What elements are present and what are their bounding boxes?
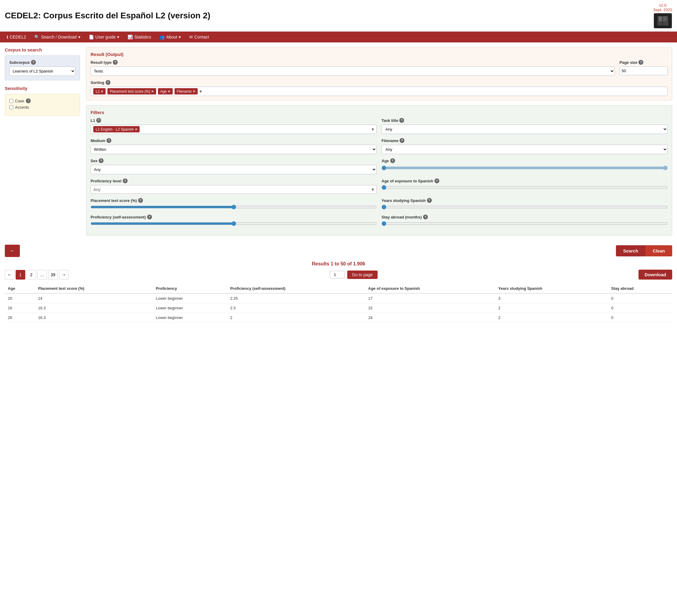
- result-type-help-icon[interactable]: ?: [113, 60, 118, 65]
- l1-chip-dropdown[interactable]: L1 English - L2 Spanish × ▾: [91, 125, 377, 134]
- col-proficiency-self: Proficiency (self-assessment): [227, 284, 365, 294]
- years-studying-slider[interactable]: [381, 205, 668, 210]
- search-icon: 🔍: [34, 35, 39, 39]
- filters-section-title: Filters: [91, 110, 668, 115]
- remove-tag-l1[interactable]: ×: [101, 89, 103, 94]
- corpus-box: Subcorpus ? Learners of L2 Spanish: [5, 55, 80, 80]
- page-1-button[interactable]: 1: [16, 270, 25, 279]
- back-button[interactable]: ←: [5, 245, 20, 257]
- l1-group: L1 ? L1 English - L2 Spanish × ▾: [91, 118, 377, 134]
- l1-help-icon[interactable]: ?: [96, 118, 101, 123]
- cell-years: 3: [495, 294, 608, 303]
- age-exposure-help-icon[interactable]: ?: [435, 178, 439, 183]
- goto-input[interactable]: [330, 271, 345, 278]
- col-years: Years studying Spanish: [495, 284, 608, 294]
- filter-row-prof-exposure: Proficiency level ? Any ▾ Age of exposur…: [91, 178, 668, 194]
- nav-contact[interactable]: ✉ Contact: [185, 32, 213, 42]
- case-row: Case ?: [9, 98, 76, 103]
- sorting-label: Sorting ?: [91, 80, 668, 85]
- nav-about[interactable]: 👥 About ▾: [155, 32, 185, 42]
- placement-help-icon[interactable]: ?: [138, 198, 143, 203]
- clean-button[interactable]: Clean: [645, 245, 672, 256]
- left-panel: Corpus to search Subcorpus ? Learners of…: [5, 47, 80, 236]
- task-title-label: Task title ?: [381, 118, 668, 123]
- sorting-help-icon[interactable]: ?: [105, 80, 110, 85]
- years-studying-label: Years studying Spanish ?: [381, 198, 668, 203]
- next-page-button[interactable]: →: [59, 270, 69, 279]
- age-help-icon[interactable]: ?: [390, 158, 395, 163]
- medium-help-icon[interactable]: ?: [106, 138, 111, 143]
- subcorpus-select[interactable]: Learners of L2 Spanish: [9, 67, 76, 76]
- result-type-select[interactable]: Texts: [91, 67, 615, 76]
- cell-self: 2.25: [227, 294, 365, 303]
- task-title-select[interactable]: Any: [381, 125, 668, 134]
- filename-help-icon[interactable]: ?: [400, 138, 404, 143]
- page-size-group: Page size ?: [620, 60, 668, 76]
- users-icon: 👥: [160, 35, 165, 39]
- remove-tag-placement[interactable]: ×: [151, 89, 154, 94]
- age-exposure-slider[interactable]: [381, 185, 668, 190]
- remove-tag-filename[interactable]: ×: [193, 89, 195, 94]
- sex-help-icon[interactable]: ?: [99, 158, 103, 163]
- nav-search-download[interactable]: 🔍 Search / Download ▾: [30, 32, 84, 42]
- age-slider-max[interactable]: [381, 166, 668, 170]
- years-studying-help-icon[interactable]: ?: [427, 198, 432, 203]
- sensitivity-section-title: Sensitivity: [5, 86, 80, 91]
- page-39-button[interactable]: 39: [48, 270, 58, 279]
- filter-row-sex-age: Sex ? Any Age ?: [91, 158, 668, 174]
- cell-years: 2: [495, 303, 608, 313]
- subcorpus-help-icon[interactable]: ?: [31, 60, 36, 65]
- cell-self: 2: [227, 313, 365, 322]
- proficiency-self-slider[interactable]: [91, 221, 377, 226]
- stay-abroad-help-icon[interactable]: ?: [423, 215, 428, 219]
- search-button[interactable]: Search: [616, 245, 645, 256]
- sensitivity-box: Case ? Accents: [5, 94, 80, 116]
- result-section-title: Result (Output): [91, 52, 668, 57]
- main-content: Corpus to search Subcorpus ? Learners of…: [0, 42, 677, 240]
- results-count: Results 1 to 50 of 1.906: [0, 261, 677, 267]
- proficiency-self-help-icon[interactable]: ?: [147, 215, 152, 219]
- accents-checkbox[interactable]: [9, 105, 13, 109]
- svg-rect-2: [659, 18, 663, 19]
- svg-rect-3: [659, 19, 662, 20]
- sex-select[interactable]: Any: [91, 165, 377, 174]
- nav-statistics[interactable]: 📊 Statistics: [123, 32, 155, 42]
- medium-select[interactable]: Written: [91, 145, 377, 154]
- nav-cedel2[interactable]: ℹ CEDEL2: [2, 32, 30, 42]
- download-button[interactable]: Download: [638, 270, 672, 279]
- l1-dropdown-arrow[interactable]: ▾: [372, 126, 374, 132]
- prev-page-button[interactable]: ←: [5, 270, 14, 279]
- dropdown-icon: ▾: [179, 35, 181, 39]
- file-icon: 📄: [89, 35, 94, 39]
- proficiency-level-dropdown[interactable]: Any ▾: [91, 185, 377, 194]
- col-stay: Stay abroad: [608, 284, 672, 294]
- sorting-dropdown-arrow[interactable]: ▾: [199, 88, 202, 94]
- page-size-help-icon[interactable]: ?: [638, 60, 643, 65]
- version-text: v2.0 Sept. 2020: [653, 3, 672, 12]
- page-size-label: Page size ?: [620, 60, 668, 65]
- nav-user-guide[interactable]: 📄 User guide ▾: [85, 32, 124, 42]
- sex-group: Sex ? Any: [91, 158, 377, 174]
- case-checkbox[interactable]: [9, 99, 13, 103]
- table-header-row: Age Placement test score (%) Proficiency…: [5, 284, 672, 294]
- stay-abroad-label: Stay abroad (months) ?: [381, 215, 668, 219]
- proficiency-level-arrow[interactable]: ▾: [372, 186, 374, 192]
- page-2-button[interactable]: 2: [27, 270, 36, 279]
- page-size-input[interactable]: [620, 67, 668, 75]
- remove-l1-chip[interactable]: ×: [135, 127, 137, 132]
- info-icon: ℹ: [7, 35, 8, 39]
- placement-slider[interactable]: [91, 205, 377, 210]
- age-label: Age ?: [381, 158, 668, 163]
- age-exposure-label: Age of exposure to Spanish ?: [381, 178, 668, 183]
- cell-exposure: 15: [365, 303, 495, 313]
- col-age: Age: [5, 284, 35, 294]
- stay-abroad-slider[interactable]: [381, 221, 668, 226]
- proficiency-level-help-icon[interactable]: ?: [123, 178, 128, 183]
- filename-select[interactable]: Any: [381, 145, 668, 154]
- goto-button[interactable]: Go to page: [347, 270, 377, 279]
- case-help-icon[interactable]: ?: [26, 98, 31, 103]
- table-body: 20 14 Lower beginner 2.25 17 3 0 16 16.3…: [5, 294, 672, 322]
- result-type-group: Result type ? Texts: [91, 60, 615, 76]
- remove-tag-age[interactable]: ×: [168, 89, 170, 94]
- task-title-help-icon[interactable]: ?: [399, 118, 404, 123]
